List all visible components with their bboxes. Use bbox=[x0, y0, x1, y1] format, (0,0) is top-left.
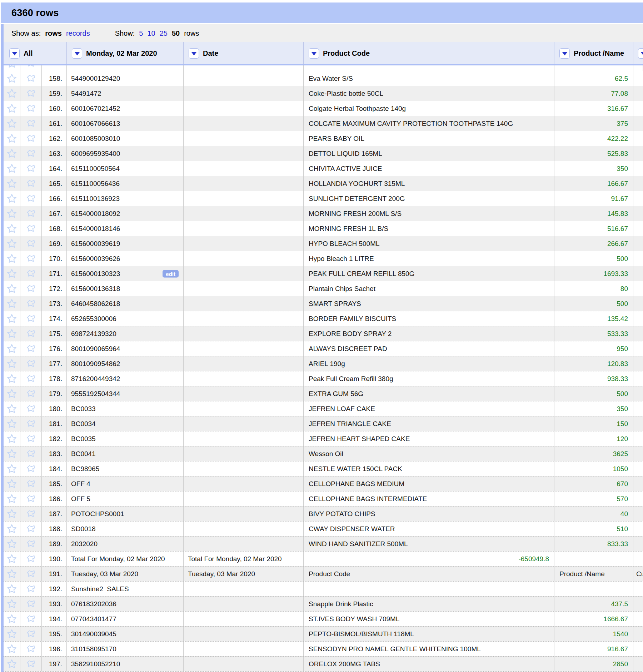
star-icon[interactable] bbox=[4, 507, 20, 521]
cell-product-name-column[interactable]: 145.83 bbox=[554, 206, 633, 221]
cell-clipped-column[interactable] bbox=[633, 206, 643, 221]
star-icon[interactable] bbox=[4, 251, 20, 266]
cell-product-code-column[interactable]: PEARS BABY OIL bbox=[304, 131, 554, 146]
show-as-records-link[interactable]: records bbox=[66, 29, 90, 38]
cell-product-code-column[interactable]: Coke-Plastic bottle 50CL bbox=[304, 86, 554, 101]
star-icon[interactable] bbox=[4, 356, 20, 371]
cell-product-code-column[interactable]: Colgate Herbal Toothpaste 140g bbox=[304, 101, 554, 116]
row-number[interactable]: 169. bbox=[42, 236, 67, 251]
cell-date-column[interactable] bbox=[184, 131, 304, 146]
star-icon[interactable] bbox=[4, 386, 20, 401]
row-number[interactable]: 190. bbox=[42, 552, 67, 566]
cell-clipped-column[interactable] bbox=[633, 311, 643, 326]
flag-icon[interactable] bbox=[20, 341, 42, 356]
row-number[interactable]: 177. bbox=[42, 356, 67, 371]
star-icon[interactable] bbox=[4, 266, 20, 281]
row-number[interactable]: 189. bbox=[42, 537, 67, 551]
cell-product-code-column[interactable]: DETTOL LIQUID 165ML bbox=[304, 146, 554, 161]
cell-date-column[interactable] bbox=[184, 491, 304, 506]
cell-product-code-column[interactable]: SUNLIGHT DETERGENT 200G bbox=[304, 191, 554, 206]
star-icon[interactable] bbox=[4, 131, 20, 146]
cell-product-name-column[interactable]: 2850 bbox=[554, 657, 633, 671]
row-number[interactable]: 193. bbox=[42, 597, 67, 611]
flag-icon[interactable] bbox=[20, 116, 42, 131]
cell-monday-column[interactable]: 6009695935400 bbox=[67, 146, 184, 161]
star-icon[interactable] bbox=[4, 176, 20, 191]
cell-product-code-column[interactable]: Wesson Oil bbox=[304, 446, 554, 461]
cell-date-column[interactable]: Total For Monday, 02 Mar 2020 bbox=[184, 552, 304, 566]
cell-product-code-column[interactable]: JEFREN LOAF CAKE bbox=[304, 401, 554, 416]
cell-product-name-column[interactable]: 266.67 bbox=[554, 236, 633, 251]
star-icon[interactable] bbox=[4, 522, 20, 536]
cell-clipped-column[interactable] bbox=[633, 251, 643, 266]
flag-icon[interactable] bbox=[20, 657, 42, 671]
cell-product-code-column[interactable]: Product Code bbox=[304, 567, 554, 581]
column-filter-dropdown[interactable] bbox=[309, 48, 319, 59]
star-icon[interactable] bbox=[4, 461, 20, 476]
cell-monday-column[interactable]: 6001067066613 bbox=[67, 116, 184, 131]
cell-product-name-column[interactable]: 670 bbox=[554, 476, 633, 491]
row-number[interactable]: 178. bbox=[42, 371, 67, 386]
cell-date-column[interactable] bbox=[184, 582, 304, 596]
row-number[interactable]: 162. bbox=[42, 131, 67, 146]
cell-date-column[interactable] bbox=[184, 101, 304, 116]
cell-product-name-column[interactable]: 350 bbox=[554, 401, 633, 416]
cell-monday-column[interactable]: 6156000136318 bbox=[67, 281, 184, 296]
cell-product-name-column[interactable]: 120.83 bbox=[554, 356, 633, 371]
cell-date-column[interactable] bbox=[184, 176, 304, 191]
cell-clipped-column[interactable] bbox=[633, 657, 643, 671]
star-icon[interactable] bbox=[4, 491, 20, 506]
cell-monday-column[interactable]: 6001067021452 bbox=[67, 101, 184, 116]
row-number[interactable]: 167. bbox=[42, 206, 67, 221]
cell-date-column[interactable] bbox=[184, 356, 304, 371]
cell-product-name-column[interactable]: 62.5 bbox=[554, 71, 633, 86]
row-number[interactable]: 197. bbox=[42, 657, 67, 671]
cell-product-name-column[interactable]: 437.5 bbox=[554, 597, 633, 611]
row-number[interactable]: 180. bbox=[42, 401, 67, 416]
cell-product-name-column[interactable]: 375 bbox=[554, 116, 633, 131]
cell-clipped-column[interactable] bbox=[633, 431, 643, 446]
flag-icon[interactable] bbox=[20, 507, 42, 521]
cell-date-column[interactable] bbox=[184, 642, 304, 656]
row-number[interactable]: 174. bbox=[42, 311, 67, 326]
cell-product-code-column[interactable]: SENSODYN PRO NAMEL GENTLE WHITENING 100M… bbox=[304, 642, 554, 656]
cell-product-code-column[interactable]: MORNING FRESH 1L B/S bbox=[304, 221, 554, 236]
cell-monday-column[interactable]: 077043401477 bbox=[67, 612, 184, 626]
cell-monday-column[interactable]: 6156000039619 bbox=[67, 236, 184, 251]
flag-icon[interactable] bbox=[20, 191, 42, 206]
cell-date-column[interactable] bbox=[184, 326, 304, 341]
cell-date-column[interactable] bbox=[184, 116, 304, 131]
cell-product-code-column[interactable]: CWAY DISPENSER WATER bbox=[304, 522, 554, 536]
flag-icon[interactable] bbox=[20, 627, 42, 641]
row-number[interactable]: 163. bbox=[42, 146, 67, 161]
flag-icon[interactable] bbox=[20, 431, 42, 446]
edit-badge[interactable]: edit bbox=[163, 270, 179, 277]
cell-monday-column[interactable]: 698724139320 bbox=[67, 326, 184, 341]
column-filter-dropdown[interactable] bbox=[638, 48, 643, 59]
star-icon[interactable] bbox=[4, 281, 20, 296]
star-icon[interactable] bbox=[4, 431, 20, 446]
star-icon[interactable] bbox=[4, 116, 20, 131]
cell-product-name-column[interactable]: 77.08 bbox=[554, 86, 633, 101]
cell-product-name-column[interactable]: 533.33 bbox=[554, 326, 633, 341]
flag-icon[interactable] bbox=[20, 597, 42, 611]
cell-date-column[interactable] bbox=[184, 221, 304, 236]
cell-date-column[interactable] bbox=[184, 86, 304, 101]
cell-clipped-column[interactable] bbox=[633, 552, 643, 566]
cell-monday-column[interactable]: 301490039045 bbox=[67, 627, 184, 641]
cell-product-name-column[interactable]: 40 bbox=[554, 507, 633, 521]
cell-product-code-column[interactable]: HOLLANDIA YOGHURT 315ML bbox=[304, 176, 554, 191]
star-icon[interactable] bbox=[4, 446, 20, 461]
cell-date-column[interactable] bbox=[184, 206, 304, 221]
star-icon[interactable] bbox=[4, 161, 20, 176]
cell-date-column[interactable] bbox=[184, 251, 304, 266]
cell-monday-column[interactable]: OFF 4 bbox=[67, 476, 184, 491]
flag-icon[interactable] bbox=[20, 446, 42, 461]
row-number[interactable]: 183. bbox=[42, 446, 67, 461]
cell-product-code-column[interactable]: PEPTO-BISMOL/BISMUTH 118ML bbox=[304, 627, 554, 641]
cell-product-name-column[interactable]: 120 bbox=[554, 431, 633, 446]
cell-monday-column[interactable]: 6001085003010 bbox=[67, 131, 184, 146]
column-filter-dropdown[interactable] bbox=[559, 48, 570, 59]
star-icon[interactable] bbox=[4, 101, 20, 116]
cell-product-name-column[interactable] bbox=[554, 552, 633, 566]
